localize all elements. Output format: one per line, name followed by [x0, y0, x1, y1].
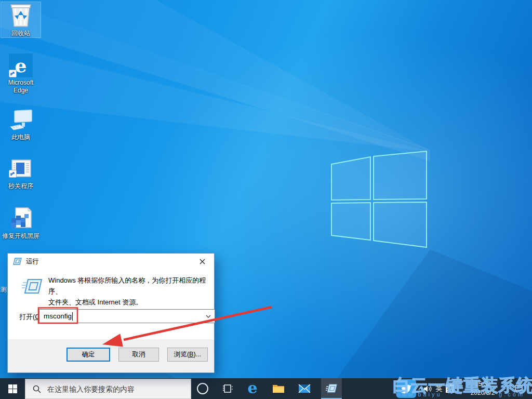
edge-taskbar-button[interactable]: e	[242, 378, 263, 399]
desktop-icon-label: 回收站	[1, 30, 41, 37]
desktop-icon-fix-black-screen[interactable]: 修复开机黑屏	[1, 207, 41, 240]
edge-icon: e	[247, 380, 257, 396]
desktop: 回收站 e Microsoft Edge 此电脑	[0, 0, 532, 399]
open-input-value: msconfig	[44, 312, 72, 320]
speaker-icon	[423, 385, 432, 393]
chevron-down-icon	[206, 315, 211, 318]
action-center-icon	[514, 384, 523, 393]
desktop-icon-quick-close[interactable]: 秒关程序	[1, 159, 41, 190]
task-view-icon	[222, 384, 233, 393]
description-line2: 文件夹、文档或 Internet 资源。	[48, 298, 142, 306]
run-dialog-description: Windows 将根据你所输入的名称，为你打开相应的程序、 文件夹、文档或 In…	[48, 275, 209, 308]
description-line1: Windows 将根据你所输入的名称，为你打开相应的程序、	[48, 276, 206, 295]
action-center-button[interactable]	[509, 378, 528, 399]
browse-button[interactable]: 浏览(B)...	[167, 348, 208, 362]
cortana-button[interactable]	[192, 378, 213, 399]
tray-app-button[interactable]	[396, 379, 416, 398]
folder-icon	[272, 383, 285, 394]
close-icon	[200, 259, 205, 264]
start-button[interactable]	[0, 378, 25, 399]
clock-date: 2020/3/2	[471, 389, 495, 396]
open-input[interactable]: msconfig	[39, 309, 215, 323]
taskbar-search-box[interactable]	[25, 379, 191, 399]
partial-desktop-icon-label[interactable]: 测	[1, 285, 7, 294]
run-dialog-titlebar[interactable]: 运行	[8, 254, 214, 269]
run-window-icon	[326, 384, 337, 393]
clock-time: 15:32	[475, 380, 490, 388]
cancel-button[interactable]: 取消	[118, 348, 159, 362]
desktop-icon-label: Microsoft Edge	[1, 79, 41, 95]
run-icon	[22, 278, 43, 294]
desktop-icon-this-pc[interactable]: 此电脑	[1, 109, 41, 141]
dropdown-button[interactable]	[204, 312, 212, 321]
close-button[interactable]	[191, 254, 214, 269]
bird-icon	[401, 384, 412, 394]
shortcut-arrow-icon	[9, 70, 17, 77]
run-dialog-footer: 确定 取消 浏览(B)...	[8, 339, 214, 373]
shortcut-arrow-icon	[9, 170, 17, 178]
run-dialog-title: 运行	[26, 257, 39, 266]
this-pc-icon	[8, 109, 33, 132]
ime-language-indicator[interactable]: 英	[434, 384, 444, 393]
search-icon	[33, 385, 41, 393]
run-taskbar-button[interactable]	[321, 378, 342, 399]
ok-button[interactable]: 确定	[66, 348, 110, 362]
run-dialog-icon	[12, 258, 22, 265]
desktop-icon-label: 秒关程序	[1, 182, 41, 190]
mail-button[interactable]	[294, 378, 315, 399]
desktop-icon-label: 修复开机黑屏	[1, 232, 41, 240]
system-tray: 英 拼 15:32 2020/3/2 白云一键重装系统 www.baiyu g.…	[376, 378, 532, 399]
file-explorer-button[interactable]	[268, 378, 289, 399]
run-dialog: 运行 Windows 将根据你所输入的名称，为你打开相应的程序、 文件夹、文档或…	[7, 253, 215, 373]
search-input[interactable]	[46, 384, 178, 394]
desktop-icon-label: 此电脑	[1, 134, 41, 141]
volume-button[interactable]	[422, 384, 433, 393]
windows-logo-icon	[8, 384, 17, 393]
quick-close-icon	[9, 159, 33, 181]
desktop-icon-recycle-bin[interactable]: 回收站	[1, 2, 41, 37]
desktop-icon-microsoft-edge[interactable]: e Microsoft Edge	[1, 54, 41, 95]
mail-icon	[298, 384, 311, 393]
taskbar: e	[0, 378, 532, 399]
registry-file-icon	[8, 207, 33, 231]
task-view-button[interactable]	[217, 378, 238, 399]
ime-mode-badge[interactable]: 拼	[446, 384, 454, 393]
text-caret	[72, 312, 73, 321]
recycle-bin-icon	[9, 2, 33, 28]
cortana-icon	[197, 383, 208, 394]
tray-clock[interactable]: 15:32 2020/3/2	[462, 380, 503, 397]
edge-desktop-icon: e	[9, 54, 33, 77]
